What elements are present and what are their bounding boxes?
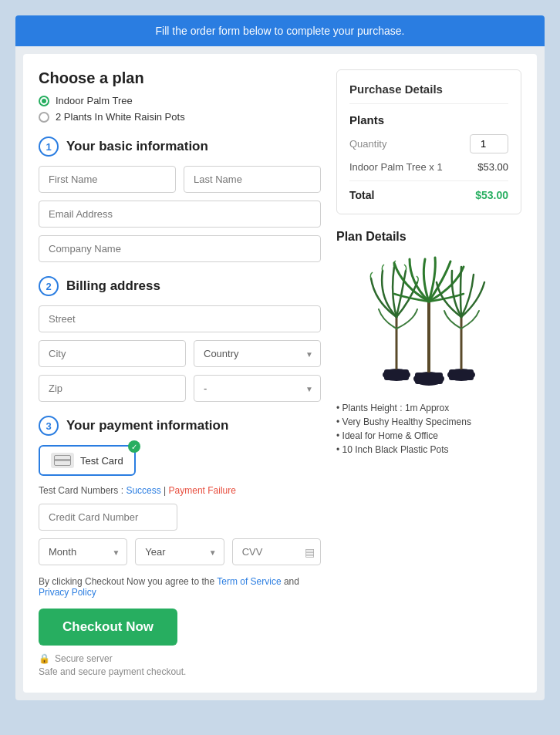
radio-empty-icon (39, 112, 49, 123)
right-panel: Purchase Details Plants Quantity Indoor … (336, 69, 521, 677)
check-badge-icon: ✓ (128, 440, 140, 453)
banner-text: Fill the order form below to complete yo… (156, 25, 405, 37)
secure-label: Secure server (55, 653, 113, 664)
item-name: Indoor Palm Tree x 1 (349, 161, 443, 173)
purchase-details-box: Purchase Details Plants Quantity Indoor … (336, 69, 521, 214)
privacy-link[interactable]: Privacy Policy (39, 587, 96, 598)
feature-1: Plants Height : 1m Approx (336, 401, 521, 415)
total-row: Total $53.00 (349, 180, 508, 201)
main-content: Choose a plan Indoor Palm Tree 2 Plants … (23, 54, 537, 693)
tos-link[interactable]: Term of Service (217, 576, 281, 587)
success-link[interactable]: Success (126, 485, 160, 496)
company-row (39, 235, 321, 262)
month-select[interactable]: Month (39, 538, 127, 565)
feature-3: Ideal for Home & Office (336, 429, 521, 443)
svg-rect-1 (384, 369, 409, 380)
secure-info: 🔒 Secure server (39, 653, 321, 664)
failure-link[interactable]: Payment Failure (169, 485, 236, 496)
section-2-header: 2 Billing address (39, 276, 321, 296)
card-option-container: Test Card ✓ (39, 445, 321, 485)
page-wrapper: Fill the order form below to complete yo… (15, 15, 545, 700)
total-label: Total (349, 189, 374, 201)
item-price: $53.00 (477, 161, 508, 173)
purchase-title: Purchase Details (349, 83, 508, 104)
plan-section: Choose a plan Indoor Palm Tree 2 Plants … (39, 69, 321, 123)
card-icon-inner (54, 455, 71, 466)
top-banner: Fill the order form below to complete yo… (15, 15, 545, 46)
card-label: Test Card (80, 455, 123, 467)
section-3-header: 3 Your payment information (39, 416, 321, 436)
item-row: Indoor Palm Tree x 1 $53.00 (349, 161, 508, 173)
plan-option-1-label: Indoor Palm Tree (56, 95, 133, 106)
terms-text: By clicking Checkout Now you agree to th… (39, 576, 321, 598)
state-select[interactable]: - (194, 375, 321, 402)
checkout-button[interactable]: Checkout Now (39, 609, 177, 646)
last-name-input[interactable] (184, 166, 321, 193)
country-wrapper: Country (194, 340, 321, 367)
card-icon (51, 453, 74, 468)
svg-rect-5 (449, 369, 474, 380)
street-row (39, 305, 321, 332)
section-2-number: 2 (39, 276, 59, 296)
section-2-label: Billing address (66, 278, 160, 294)
email-input[interactable] (39, 201, 321, 228)
state-wrapper: - (194, 375, 321, 402)
plan-features-list: Plants Height : 1m Approx Very Bushy Hea… (336, 401, 521, 457)
credit-card-input[interactable] (39, 504, 177, 531)
section-1-header: 1 Your basic information (39, 137, 321, 157)
plants-label: Plants (349, 113, 508, 126)
plant-image-container (336, 253, 521, 392)
company-input[interactable] (39, 235, 321, 262)
first-name-input[interactable] (39, 166, 176, 193)
section-3-label: Your payment information (66, 418, 228, 433)
year-select[interactable]: Year (135, 538, 224, 565)
plan-option-1[interactable]: Indoor Palm Tree (39, 95, 321, 106)
test-card-info: Test Card Numbers : Success | Payment Fa… (39, 485, 321, 496)
country-select[interactable]: Country (194, 340, 321, 367)
lock-icon: 🔒 (39, 653, 50, 664)
city-input[interactable] (39, 340, 186, 367)
city-country-row: Country (39, 340, 321, 367)
feature-4: 10 Inch Black Plastic Pots (336, 443, 521, 457)
plan-details-title: Plan Details (336, 230, 521, 244)
cvv-card-icon: ▤ (305, 546, 315, 558)
email-row (39, 201, 321, 228)
section-1-number: 1 (39, 137, 59, 157)
test-card-prefix: Test Card Numbers : (39, 485, 126, 496)
cvv-wrapper: ▤ (232, 538, 321, 565)
street-input[interactable] (39, 305, 321, 332)
zip-state-row: - (39, 375, 321, 402)
name-row (39, 166, 321, 193)
plan-option-2-label: 2 Plants In White Raisin Pots (56, 111, 185, 123)
left-panel: Choose a plan Indoor Palm Tree 2 Plants … (39, 69, 321, 677)
radio-selected-icon (39, 96, 49, 106)
terms-prefix: By clicking Checkout Now you agree to th… (39, 576, 217, 587)
credit-card-row (39, 504, 321, 531)
plant-svg (367, 255, 491, 390)
svg-rect-3 (415, 373, 443, 384)
pipe-separator: | (161, 485, 169, 496)
quantity-row: Quantity (349, 134, 508, 153)
plan-details-section: Plan Details (336, 230, 521, 457)
quantity-input[interactable] (470, 134, 508, 153)
card-option[interactable]: Test Card ✓ (39, 445, 136, 476)
month-wrapper: Month (39, 538, 127, 565)
plan-title: Choose a plan (39, 69, 321, 87)
plan-option-2[interactable]: 2 Plants In White Raisin Pots (39, 111, 321, 123)
safe-text: Safe and secure payment checkout. (39, 666, 321, 677)
terms-middle: and (282, 576, 299, 587)
quantity-label: Quantity (349, 138, 386, 150)
month-year-cvv-row: Month Year ▤ (39, 538, 321, 565)
total-price: $53.00 (475, 189, 508, 201)
zip-input[interactable] (39, 375, 186, 402)
section-1-label: Your basic information (66, 139, 208, 154)
feature-2: Very Bushy Healthy Specimens (336, 415, 521, 429)
section-3-number: 3 (39, 416, 59, 436)
year-wrapper: Year (135, 538, 224, 565)
